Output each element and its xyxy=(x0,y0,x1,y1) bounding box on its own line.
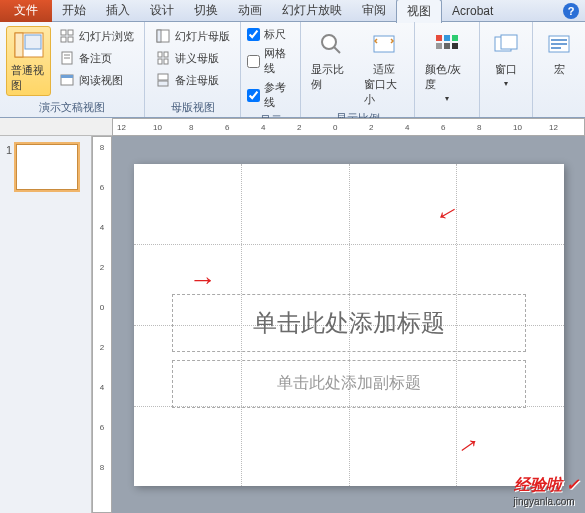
ribbon: 普通视图 幻灯片浏览 备注页 阅读视图 演示文稿视图 幻灯片母版 讲义母版 备注… xyxy=(0,22,585,118)
horizontal-ruler-bar: 12108642024681012 xyxy=(0,118,585,136)
svg-rect-32 xyxy=(551,39,567,41)
tab-slideshow[interactable]: 幻灯片放映 xyxy=(272,0,352,22)
guides-checkbox[interactable]: 参考线 xyxy=(247,79,294,111)
tab-view[interactable]: 视图 xyxy=(396,0,442,23)
svg-rect-25 xyxy=(452,35,458,41)
svg-rect-27 xyxy=(444,43,450,49)
svg-rect-34 xyxy=(551,47,561,49)
reading-view-icon xyxy=(59,72,75,88)
normal-view-button[interactable]: 普通视图 xyxy=(6,26,51,96)
group-master-views: 幻灯片母版 讲义母版 备注母版 母版视图 xyxy=(145,22,241,117)
tab-acrobat[interactable]: Acrobat xyxy=(442,1,503,21)
fit-window-button[interactable]: 适应 窗口大小 xyxy=(360,26,409,109)
slide-browse-label: 幻灯片浏览 xyxy=(79,29,134,44)
macros-button[interactable]: 宏 xyxy=(539,26,579,79)
vertical-ruler[interactable]: 864202468 xyxy=(92,136,112,513)
notes-page-icon xyxy=(59,50,75,66)
svg-rect-5 xyxy=(61,37,66,42)
dropdown-icon: ▾ xyxy=(445,94,449,103)
svg-rect-4 xyxy=(68,30,73,35)
slide-master-button[interactable]: 幻灯片母版 xyxy=(151,26,234,46)
tab-review[interactable]: 审阅 xyxy=(352,0,396,22)
thumbnail-panel: 1 xyxy=(0,136,92,513)
svg-rect-19 xyxy=(158,81,168,86)
svg-rect-28 xyxy=(452,43,458,49)
slide-canvas-area: 单击此处添加标题 单击此处添加副标题 → → → xyxy=(112,136,585,513)
svg-rect-14 xyxy=(158,52,162,57)
fit-window-icon xyxy=(368,28,400,60)
ruler-checkbox-input[interactable] xyxy=(247,28,260,41)
fit-label2: 窗口大小 xyxy=(364,77,405,107)
subtitle-placeholder[interactable]: 单击此处添加副标题 xyxy=(172,360,526,408)
slide-browse-button[interactable]: 幻灯片浏览 xyxy=(55,26,138,46)
svg-rect-30 xyxy=(501,35,517,49)
color-grayscale-icon xyxy=(431,28,463,60)
tab-insert[interactable]: 插入 xyxy=(96,0,140,22)
help-icon[interactable]: ? xyxy=(563,3,579,19)
tab-transitions[interactable]: 切换 xyxy=(184,0,228,22)
svg-rect-24 xyxy=(444,35,450,41)
notes-page-button[interactable]: 备注页 xyxy=(55,48,138,68)
gridlines-checkbox[interactable]: 网格线 xyxy=(247,45,294,77)
annotation-arrow-icon: → xyxy=(427,193,467,235)
slide-thumbnail[interactable]: 1 xyxy=(6,144,85,190)
notes-master-button[interactable]: 备注母版 xyxy=(151,70,234,90)
group-color: 颜色/灰度 ▾ xyxy=(415,22,480,117)
slide-thumbnail-number: 1 xyxy=(6,144,12,190)
group-presentation-views-label: 演示文稿视图 xyxy=(6,98,138,115)
zoom-button[interactable]: 显示比例 xyxy=(307,26,356,109)
guide-horizontal[interactable] xyxy=(134,244,564,245)
dropdown-icon: ▾ xyxy=(504,79,508,88)
title-placeholder[interactable]: 单击此处添加标题 xyxy=(172,294,526,352)
tab-animations[interactable]: 动画 xyxy=(228,0,272,22)
slide-browse-icon xyxy=(59,28,75,44)
annotation-arrow-icon: → xyxy=(447,423,488,465)
window-button[interactable]: 窗口 ▾ xyxy=(486,26,526,90)
svg-rect-18 xyxy=(158,74,168,80)
macros-icon xyxy=(543,28,575,60)
ruler-checkbox[interactable]: 标尺 xyxy=(247,26,294,43)
handout-master-button[interactable]: 讲义母版 xyxy=(151,48,234,68)
color-grayscale-button[interactable]: 颜色/灰度 ▾ xyxy=(421,26,473,105)
normal-view-label: 普通视图 xyxy=(11,63,46,93)
svg-rect-16 xyxy=(158,59,162,64)
notes-page-label: 备注页 xyxy=(79,51,112,66)
tab-home[interactable]: 开始 xyxy=(52,0,96,22)
svg-rect-2 xyxy=(25,35,41,49)
color-grayscale-label: 颜色/灰度 xyxy=(425,62,469,92)
tab-file[interactable]: 文件 xyxy=(0,0,52,22)
svg-rect-23 xyxy=(436,35,442,41)
handout-master-icon xyxy=(155,50,171,66)
notes-master-icon xyxy=(155,72,171,88)
group-macros-label xyxy=(539,113,579,115)
slide-master-icon xyxy=(155,28,171,44)
guides-checkbox-input[interactable] xyxy=(247,89,260,102)
group-macros: 宏 xyxy=(533,22,585,117)
gridlines-checkbox-label: 网格线 xyxy=(264,46,294,76)
horizontal-ruler[interactable]: 12108642024681012 xyxy=(112,118,585,136)
guides-checkbox-label: 参考线 xyxy=(264,80,294,110)
watermark: 经验啦 ✓ jingyanla.com xyxy=(514,475,579,507)
svg-point-20 xyxy=(322,35,336,49)
group-zoom: 显示比例 适应 窗口大小 显示比例 xyxy=(301,22,415,117)
reading-view-button[interactable]: 阅读视图 xyxy=(55,70,138,90)
window-icon xyxy=(490,28,522,60)
slide-thumbnail-preview xyxy=(16,144,78,190)
reading-view-label: 阅读视图 xyxy=(79,73,123,88)
slide[interactable]: 单击此处添加标题 单击此处添加副标题 → → → xyxy=(134,164,564,486)
gridlines-checkbox-input[interactable] xyxy=(247,55,260,68)
ruler-checkbox-label: 标尺 xyxy=(264,27,286,42)
macros-label: 宏 xyxy=(554,62,565,77)
svg-rect-15 xyxy=(164,52,168,57)
group-window-label xyxy=(486,113,526,115)
fit-label: 适应 xyxy=(373,62,395,77)
svg-rect-3 xyxy=(61,30,66,35)
group-presentation-views: 普通视图 幻灯片浏览 备注页 阅读视图 演示文稿视图 xyxy=(0,22,145,117)
tab-design[interactable]: 设计 xyxy=(140,0,184,22)
group-color-label xyxy=(421,113,473,115)
svg-rect-17 xyxy=(164,59,168,64)
svg-rect-26 xyxy=(436,43,442,49)
svg-rect-33 xyxy=(551,43,567,45)
svg-rect-1 xyxy=(15,33,23,57)
group-master-views-label: 母版视图 xyxy=(151,98,234,115)
